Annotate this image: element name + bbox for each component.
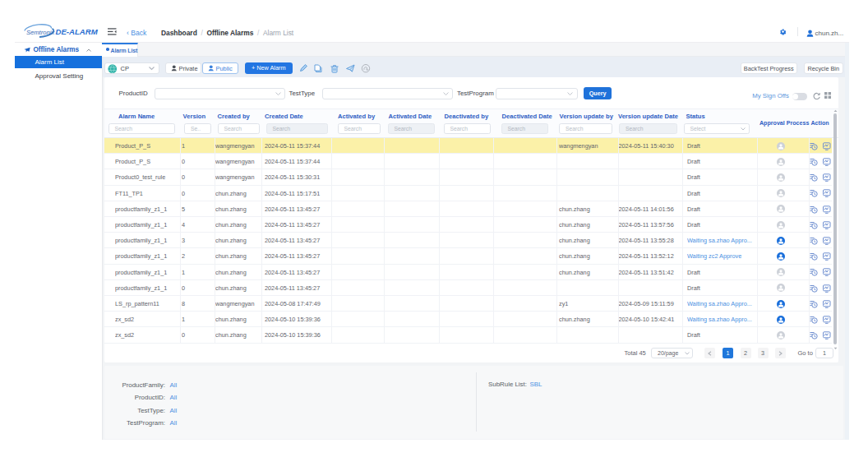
- svg-text:Semtronix: Semtronix: [26, 29, 55, 36]
- svg-text:DE-ALARM: DE-ALARM: [56, 27, 99, 36]
